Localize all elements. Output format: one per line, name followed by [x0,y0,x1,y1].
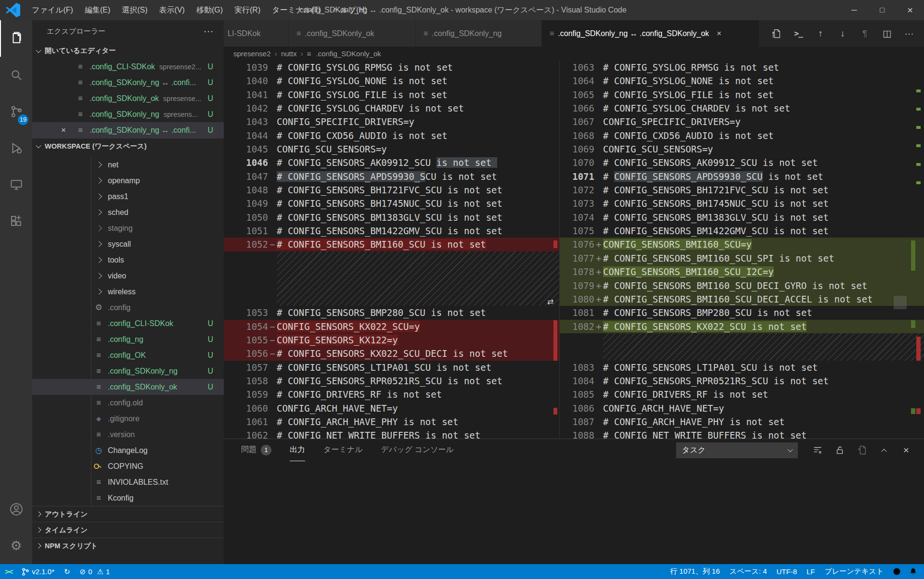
tree-item[interactable]: openamp [32,173,224,189]
arrow-up-icon[interactable]: ↑ [809,20,832,47]
menu-go[interactable]: 移動(G) [191,0,229,20]
menu-file[interactable]: ファイル(F) [26,0,79,20]
breadcrumb-item[interactable]: nuttx [281,50,297,58]
code-line[interactable]: 1080 + # CONFIG_SENSORS_BMI160_SCU_DECI_… [560,292,924,306]
code-line[interactable]: 1041 # CONFIG_SYSLOG_FILE is not set [224,88,559,101]
code-line[interactable]: 1047 # CONFIG_SENSORS_APDS9930_SCU is no… [224,170,559,183]
code-line[interactable]: 1059 # CONFIG_DRIVERS_RF is not set [224,388,559,401]
maximize-button[interactable]: □ [868,0,896,20]
activity-source-control[interactable]: 19 [0,93,32,130]
menu-selection[interactable]: 選択(S) [116,0,153,20]
tree-item[interactable]: ChangeLog [32,442,224,458]
close-icon[interactable]: × [717,29,721,38]
code-line[interactable]: 1063 # CONFIG_SYSLOG_RPMSG is not set [560,61,924,74]
collapsed-section-header[interactable]: タイムライン [32,522,224,538]
output-channel-select[interactable]: タスク [676,442,798,458]
editor-tab[interactable]: ≡ LI-SDKok [224,20,289,47]
arrow-down-icon[interactable]: ↓ [832,20,854,47]
tree-item[interactable]: Kconfig [32,490,224,506]
swap-sides-icon[interactable]: ⇄ [547,297,553,306]
code-line[interactable]: 1066 # CONFIG_SYSLOG_CHARDEV is not set [560,101,924,115]
open-editor-item[interactable]: ≡ .config_SDKonly_ng ↔ .confi... U [32,75,224,90]
minimize-button[interactable]: ─ [840,0,868,20]
tree-item[interactable]: tools [32,252,224,268]
menu-run[interactable]: 実行(R) [229,0,266,20]
language-mode-item[interactable]: プレーンテキスト [820,564,888,579]
code-line[interactable]: 1078 + CONFIG_SENSORS_BMI160_SCU_I2C=y [560,265,924,278]
editor-tab[interactable]: ≡ .config_SDKonly_ng [416,20,542,47]
workspace-header[interactable]: WORKSPACE (ワークスペース) [32,138,224,154]
open-output-in-editor-icon[interactable] [851,439,873,461]
clear-output-icon[interactable] [807,439,829,461]
code-line[interactable]: 1082 + # CONFIG_SENSORS_KX022_SCU is not… [560,320,924,333]
code-line[interactable]: 1074 # CONFIG_SENSORS_BM1383GLV_SCU is n… [560,211,924,224]
close-panel-icon[interactable]: × [895,439,917,461]
code-line[interactable]: 1075 # CONFIG_SENSORS_BM1422GMV_SCU is n… [560,224,924,238]
code-line[interactable]: 1039 # CONFIG_SYSLOG_RPMSG is not set [224,61,559,74]
problems-item[interactable]: ⊘ 0 ⚠ 1 [75,564,115,579]
code-line[interactable]: 1052 − # CONFIG_SENSORS_BMI160_SCU is no… [224,238,559,251]
activity-search[interactable] [0,57,32,93]
open-editors-header[interactable]: 開いているエディター [32,43,224,59]
cursor-position-item[interactable]: 行 1071、列 16 [665,564,724,579]
tree-item[interactable]: staging [32,220,224,236]
tree-item[interactable]: .gitignore [32,411,224,427]
sync-item[interactable]: ↻ [59,564,75,579]
panel-tab[interactable]: ターミナル [323,439,363,461]
eol-item[interactable]: LF [802,564,820,579]
code-line[interactable]: 1055 − CONFIG_SENSORS_KX122=y [224,333,559,347]
activity-remote-explorer[interactable] [0,166,32,203]
indentation-item[interactable]: スペース: 4 [725,564,772,579]
code-line[interactable]: 1079 + # CONFIG_SENSORS_BMI160_SCU_DECI_… [560,279,924,292]
remote-indicator[interactable]: >< [0,564,17,579]
code-line[interactable]: 1067 CONFIG_SPECIFIC_DRIVERS=y [560,115,924,128]
code-line[interactable]: 1076 + CONFIG_SENSORS_BMI160_SCU=y [560,238,924,251]
code-line[interactable]: 1083 # CONFIG_SENSORS_LT1PA01_SCU is not… [560,361,924,374]
code-line[interactable]: 1070 # CONFIG_SENSORS_AK09912_SCU is not… [560,156,924,169]
tree-item[interactable]: .config_ng U [32,331,224,347]
tree-item[interactable]: wireless [32,284,224,300]
code-line[interactable]: 1064 # CONFIG_SYSLOG_NONE is not set [560,74,924,88]
code-line[interactable]: 1069 CONFIG_SCU_SENSORS=y [560,142,924,156]
activity-run-debug[interactable] [0,130,32,166]
editor-tab[interactable]: ≡ .config_SDKonly_ng ↔ .config_SDKonly_o… [542,20,759,47]
tree-item[interactable]: video [32,268,224,284]
panel-tab[interactable]: デバッグ コンソール [381,439,454,461]
menu-edit[interactable]: 編集(E) [79,0,116,20]
breadcrumb-file[interactable]: ≡ .config_SDKonly_ok [307,50,381,58]
activity-explorer[interactable] [0,20,32,57]
tree-item[interactable]: .config_OK U [32,347,224,363]
code-line[interactable]: 1062 # CONFIG_NET_WRITE_BUFFERS is not s… [224,428,559,439]
code-line[interactable]: 1043 CONFIG_SPECIFIC_DRIVERS=y [224,115,559,128]
code-line[interactable] [224,252,559,306]
code-line[interactable]: 1054 − CONFIG_SENSORS_KX022_SCU=y [224,320,559,333]
code-line[interactable]: 1088 # CONFIG_NET_WRITE_BUFFERS is not s… [560,428,924,439]
split-editor-icon[interactable]: ◫ [876,20,898,47]
code-line[interactable]: 1058 # CONFIG_SENSORS_RPR0521RS_SCU is n… [224,374,559,388]
code-line[interactable]: 1061 # CONFIG_ARCH_HAVE_PHY is not set [224,415,559,428]
editor-tab[interactable]: ≡ .config_SDKonly_ok [289,20,416,47]
more-actions-icon[interactable]: ··· [898,20,920,47]
code-line[interactable]: 1046 # CONFIG_SENSORS_AK09912_SCU is not… [224,156,559,169]
open-editor-item[interactable]: ≡ .config_SDKonly_ng spresens... U [32,106,224,122]
code-line[interactable]: 1071 # CONFIG_SENSORS_APDS9930_SCU is no… [560,170,924,183]
output-content[interactable] [224,461,924,564]
code-line[interactable]: 1048 # CONFIG_SENSORS_BH1721FVC_SCU is n… [224,183,559,197]
tree-item[interactable]: syscall [32,236,224,252]
tree-item[interactable]: .config_SDKonly_ng U [32,363,224,379]
code-line[interactable] [560,333,924,361]
encoding-item[interactable]: UTF-8 [772,564,802,579]
scrollbar-slider[interactable] [894,296,907,309]
close-button[interactable]: × [896,0,924,20]
panel-tab[interactable]: 問題 1 [241,439,271,461]
collapsed-section-header[interactable]: アウトライン [32,506,224,522]
code-line[interactable]: 1077 + # CONFIG_SENSORS_BMI160_SCU_SPI i… [560,252,924,265]
activity-accounts[interactable] [0,491,32,528]
menu-view[interactable]: 表示(V) [154,0,191,20]
tree-item[interactable]: net [32,157,224,173]
code-line[interactable]: 1068 # CONFIG_CXD56_AUDIO is not set [560,129,924,142]
code-line[interactable]: 1073 # CONFIG_SENSORS_BH1745NUC_SCU is n… [560,197,924,210]
pilcrow-icon[interactable]: ¶ [854,20,876,47]
tree-item[interactable]: .config.old [32,395,224,411]
open-editor-item[interactable]: × ≡ .config_SDKonly_ng ↔ .confi... U [32,122,224,138]
